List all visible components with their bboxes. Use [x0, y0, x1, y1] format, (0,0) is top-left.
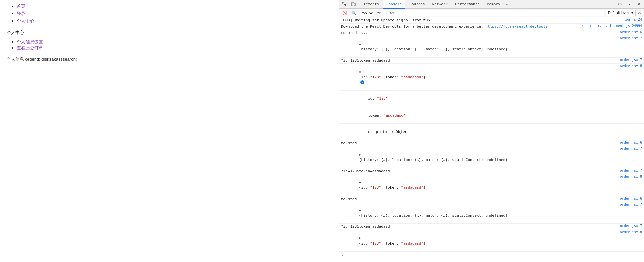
- log-text: [HMR] Waiting for update signal from WDS…: [341, 18, 621, 23]
- log-source[interactable]: react-dom.development.js:24994: [578, 24, 642, 28]
- log-source[interactable]: order.jsx:8: [616, 64, 642, 68]
- log-line: ▶ {history: {…}, location: {…}, match: {…: [339, 146, 644, 168]
- expand-arrow[interactable]: ▶: [359, 42, 361, 46]
- console-eye-btn[interactable]: 👁: [375, 10, 383, 16]
- devtools-device-btn[interactable]: [349, 1, 357, 8]
- console-toolbar: 🚫 🔍 top 👁 Default levels ▾ ⚙: [339, 9, 644, 17]
- devtools-tab-bar: Elements Console Sources Network Perform…: [339, 0, 644, 9]
- log-text: ▶ {history: {…}, location: {…}, match: {…: [341, 203, 616, 223]
- sub-link-orders[interactable]: 查看历史订单: [17, 45, 43, 50]
- log-source[interactable]: order.jsx:6: [616, 30, 642, 34]
- log-text: ▶ {id: "123", token: "asdadasd"}: [341, 175, 616, 195]
- devtools-link[interactable]: https://fb.me/react-devtools: [485, 24, 547, 29]
- console-log-area[interactable]: [HMR] Waiting for update signal from WDS…: [339, 17, 644, 262]
- log-line: mounted....... order.jsx:6: [339, 196, 644, 202]
- log-source[interactable]: order.jsx:8: [616, 230, 642, 234]
- log-line-child: token: "asdadasd": [339, 107, 644, 124]
- section-title: 个人中心: [7, 30, 332, 36]
- tab-elements[interactable]: Elements: [358, 0, 382, 9]
- log-text: ?id=123&token=asdadasd: [341, 224, 616, 229]
- log-line: ▶ {id: "123", token: "asdadasd"} order.j…: [339, 174, 644, 196]
- log-source[interactable]: log.js:24: [621, 18, 642, 21]
- log-line: ?id=123&token=asdadasd order.jsx:7: [339, 168, 644, 174]
- svg-rect-4: [354, 3, 355, 6]
- svg-point-5: [353, 5, 353, 6]
- expand-arrow[interactable]: ▶: [359, 152, 361, 156]
- console-clear-btn[interactable]: 🚫: [341, 10, 348, 16]
- tab-network[interactable]: Network: [429, 0, 451, 9]
- log-source[interactable]: order.jsx:7: [616, 147, 642, 150]
- log-text: ▶ {history: {…}, location: {…}, match: {…: [341, 36, 616, 57]
- expand-arrow[interactable]: ▼: [359, 70, 361, 74]
- log-line: Download the React DevTools for a better…: [339, 24, 644, 30]
- log-source[interactable]: order.jsx:7: [616, 224, 642, 228]
- console-prompt-line: ›: [339, 252, 644, 258]
- log-text: id: "123": [346, 91, 642, 106]
- log-line-child: ▶__proto__: Object: [339, 124, 644, 140]
- console-settings-btn[interactable]: ⚙: [637, 11, 642, 15]
- console-filter-btn[interactable]: 🔍: [350, 10, 357, 16]
- log-line: ?id=123&token=asdadasd order.jsx:7: [339, 224, 644, 230]
- devtools-panel: Elements Console Sources Network Perform…: [339, 0, 644, 262]
- expand-arrow[interactable]: ▶: [359, 180, 361, 184]
- log-text: ▶ {history: {…}, location: {…}, match: {…: [341, 147, 616, 168]
- devtools-settings-btn[interactable]: ⚙: [616, 1, 624, 8]
- user-info-text: 个人信息 orderid: dlsksakasssearch:: [7, 56, 332, 62]
- log-text: ▼ {id: "123", token: "asdadasd"} i: [341, 64, 616, 90]
- log-text: ▶__proto__: Object: [346, 124, 642, 139]
- tab-memory[interactable]: Memory: [484, 0, 504, 9]
- log-line: [HMR] Waiting for update signal from WDS…: [339, 17, 644, 24]
- log-text: ▶ {id: "123", token: "asdadasd"}: [341, 230, 616, 251]
- log-text: ?id=123&token=asdadasd: [341, 58, 616, 63]
- log-line: mounted....... order.jsx:6: [339, 30, 644, 36]
- log-text: mounted.......: [341, 30, 616, 35]
- page-content: 首页 登录 个人中心 个人中心 个人信息设置 查看历史订单 个人信息 order…: [0, 0, 339, 262]
- log-line: ▼ {id: "123", token: "asdadasd"} i order…: [339, 64, 644, 91]
- devtools-inspect-btn[interactable]: [340, 1, 348, 8]
- log-source[interactable]: order.jsx:7: [616, 169, 642, 172]
- log-text: token: "asdadasd": [346, 107, 642, 123]
- devtools-more-btn[interactable]: ⋮: [625, 1, 633, 8]
- nav-login[interactable]: 登录: [17, 11, 25, 16]
- console-prompt-input[interactable]: [346, 253, 642, 257]
- log-source[interactable]: order.jsx:6: [616, 196, 642, 200]
- context-select[interactable]: top: [359, 10, 374, 16]
- nav-home[interactable]: 首页: [17, 4, 25, 9]
- svg-rect-0: [342, 2, 344, 4]
- expand-arrow[interactable]: ▶: [359, 236, 361, 240]
- sub-link-settings[interactable]: 个人信息设置: [17, 39, 43, 44]
- log-line: mounted....... order.jsx:6: [339, 140, 644, 146]
- tab-more[interactable]: »: [504, 2, 509, 6]
- tab-sources[interactable]: Sources: [406, 0, 428, 9]
- nav-profile[interactable]: 个人中心: [17, 18, 34, 24]
- filter-input[interactable]: [384, 10, 604, 16]
- log-line-child: id: "123": [339, 91, 644, 107]
- expand-arrow[interactable]: ▶: [359, 208, 361, 212]
- nav-links: 首页 登录 个人中心: [7, 3, 332, 24]
- log-text: mounted.......: [341, 196, 616, 202]
- levels-btn[interactable]: Default levels ▾: [606, 10, 636, 16]
- log-line: ▶ {id: "123", token: "asdadasd"} order.j…: [339, 230, 644, 252]
- log-text: ?id=123&token=asdadasd: [341, 169, 616, 174]
- prompt-arrow: ›: [341, 253, 344, 258]
- expand-arrow-proto[interactable]: ▶: [368, 130, 370, 134]
- tab-console[interactable]: Console: [383, 0, 405, 9]
- log-source[interactable]: order.jsx:7: [616, 203, 642, 206]
- log-source[interactable]: order.jsx:7: [616, 36, 642, 40]
- log-source[interactable]: order.jsx:7: [616, 58, 642, 62]
- log-source[interactable]: order.jsx:6: [616, 141, 642, 144]
- log-line: ▶ {history: {…}, location: {…}, match: {…: [339, 202, 644, 224]
- log-text: Download the React DevTools for a better…: [341, 24, 578, 29]
- sub-links: 个人信息设置 查看历史订单: [7, 39, 332, 51]
- tab-performance[interactable]: Performance: [452, 0, 483, 9]
- devtools-settings: ⚙ ⋮ ✕: [616, 1, 643, 8]
- info-badge: i: [360, 80, 364, 84]
- devtools-close-btn[interactable]: ✕: [635, 1, 643, 8]
- log-line: ?id=123&token=asdadasd order.jsx:7: [339, 58, 644, 64]
- log-text: mounted.......: [341, 141, 616, 146]
- log-source[interactable]: order.jsx:8: [616, 175, 642, 178]
- log-line: ▶ {history: {…}, location: {…}, match: {…: [339, 36, 644, 58]
